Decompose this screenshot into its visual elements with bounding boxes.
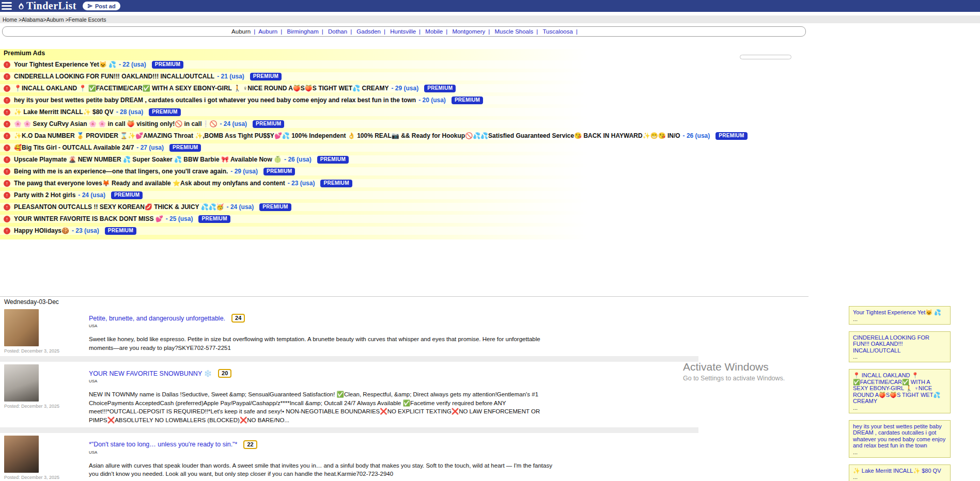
premium-ad-row[interactable]: ↑ Happy HOlidays🍪 - 23 (usa) PREMIUM [0, 227, 980, 235]
listing-description-text: NEW IN TOWNMy name is Dallas !Seductive,… [89, 391, 540, 423]
listing-row: Posted: December 3, 2025 Petite, brunett… [0, 307, 980, 354]
breadcrumb[interactable]: Home >Alabama>Auburn >Female Escorts [0, 15, 980, 23]
listing-title-link[interactable]: Petite, brunette, and dangerously unforg… [89, 315, 225, 322]
premium-badge: PREMIUM [169, 144, 201, 152]
city-link[interactable]: Huntsville [390, 28, 416, 35]
premium-ad-row[interactable]: ↑ Party with 2 Hot girls - 24 (usa) PREM… [0, 191, 980, 199]
premium-badge: PREMIUM [424, 85, 456, 92]
arrow-up-icon: ↑ [4, 73, 10, 80]
sidebar-ad-title[interactable]: 📍 INCALL OAKLAND 📍 ✅FACETIME/CAR✅ WITH A… [853, 372, 946, 405]
city-link[interactable]: Tuscaloosa [543, 28, 573, 35]
premium-badge: PREMIUM [253, 120, 284, 128]
premium-ad-row[interactable]: ↑ 🌸 🌸 Sexy CuRvy Asian 🌸 🌸 in call 🍑 vis… [0, 120, 980, 128]
listing-photo[interactable] [4, 436, 39, 473]
premium-ad-row[interactable]: ↑ hey its your best wettes petite baby D… [0, 96, 980, 104]
city-nav-separator: | [446, 28, 447, 35]
city-nav-separator: | [488, 28, 490, 35]
premium-ad-row[interactable]: ↑ Upscale Playmate 🌋 NEW NUMBER 💦 Super … [0, 155, 980, 164]
listing-content: *"Don't stare too long… unless you're re… [89, 436, 556, 480]
listing-title-link[interactable]: *"Don't stare too long… unless you're re… [89, 441, 237, 448]
sidebar-ad-ellipsis: ... [853, 474, 946, 480]
brand-logo[interactable]: TinderList [17, 0, 76, 12]
premium-ad-title[interactable]: Upscale Playmate 🌋 NEW NUMBER 💦 Super So… [14, 156, 282, 163]
listing-location: USA [89, 450, 556, 455]
premium-ad-title[interactable]: CINDERELLA LOOKING FOR FUN!!! OAKLAND!!!… [14, 73, 214, 80]
premium-ad-row[interactable]: ↑ CINDERELLA LOOKING FOR FUN!!! OAKLAND!… [0, 72, 980, 81]
age-badge: 24 [231, 314, 245, 323]
premium-ads-list: ↑ Your Tightest Experience Yet😺 💦 - 22 (… [0, 60, 980, 235]
premium-badge: PREMIUM [250, 73, 282, 81]
date-header: Wednesday-03-Dec [0, 296, 808, 307]
scroll-pill[interactable] [740, 55, 791, 59]
city-link[interactable]: Birmingham [287, 28, 318, 35]
paper-plane-icon [87, 3, 93, 9]
city-link[interactable]: Muscle Shoals [495, 28, 534, 35]
sidebar-ad-box[interactable]: 📍 INCALL OAKLAND 📍 ✅FACETIME/CAR✅ WITH A… [849, 369, 951, 413]
sidebar-ad-title[interactable]: ✨ Lake Merritt INCALL✨ $80 QV [853, 468, 946, 474]
premium-ad-age: - 29 (usa) [230, 168, 258, 175]
premium-ad-row[interactable]: ↑ Your Tightest Experience Yet😺 💦 - 22 (… [0, 60, 980, 69]
post-ad-button[interactable]: Post ad [83, 2, 120, 10]
listing-title-link[interactable]: YOUR NEW FAVORITE SNOWBUNNY ❄️ [89, 370, 212, 377]
premium-ad-title[interactable]: PLEASANTON OUTCALLS !! SEXY KOREAN💋 THIC… [14, 203, 224, 211]
sidebar-ad-title[interactable]: hey its your best wettes petite baby DRE… [853, 423, 946, 449]
premium-badge: PREMIUM [259, 203, 291, 211]
premium-ad-age: - 26 (usa) [284, 156, 312, 163]
city-nav-separator: | [350, 28, 352, 35]
premium-ad-age: - 20 (usa) [418, 97, 446, 104]
arrow-up-icon: ↑ [4, 216, 10, 222]
city-link[interactable]: Auburn [258, 28, 277, 35]
sidebar-ad-box[interactable]: ✨ Lake Merritt INCALL✨ $80 QV ... [849, 464, 951, 481]
premium-ad-row[interactable]: ↑ Being with me is an experience—one tha… [0, 167, 980, 175]
sidebar-ad-title[interactable]: CINDERELLA LOOKING FOR FUN!!! OAKLAND!!!… [853, 334, 946, 354]
listing-description: Sweet like honey, bold like espresso. Pe… [89, 335, 556, 352]
premium-ad-row[interactable]: ↑ 📍INCALL OAKLAND 📍 ✅FACETIME/CAR✅ WITH … [0, 84, 980, 92]
city-link[interactable]: Montgomery [452, 28, 485, 35]
premium-ad-title[interactable]: hey its your best wettes petite baby DRE… [14, 97, 416, 104]
premium-ad-row[interactable]: ↑ ✨ Lake Merritt INCALL✨ $80 QV - 28 (us… [0, 108, 980, 116]
premium-ad-row[interactable]: ↑ The pawg that everyone loves🦊 Ready an… [0, 179, 980, 187]
sidebar-ad-ellipsis: ... [853, 405, 946, 411]
premium-ad-title[interactable]: The pawg that everyone loves🦊 Ready and … [14, 180, 285, 187]
city-link[interactable]: Dothan [328, 28, 347, 35]
arrow-up-icon: ↑ [4, 180, 10, 187]
posted-date: Posted: December 3, 2025 [4, 475, 89, 480]
tinder-flame-icon [17, 2, 25, 10]
city-link[interactable]: Gadsden [356, 28, 381, 35]
premium-ad-title[interactable]: 🥰Big Tits Girl - OUTCALL Available 24/7 [14, 144, 134, 151]
premium-ad-row[interactable]: ↑ PLEASANTON OUTCALLS !! SEXY KOREAN💋 TH… [0, 203, 980, 211]
premium-ad-row[interactable]: ↑ 🥰Big Tits Girl - OUTCALL Available 24/… [0, 143, 980, 152]
premium-ad-title[interactable]: ✨K.O Daa NUMBER 🥇 PROVIDER ⌛✨💕AMAZING Th… [14, 132, 680, 139]
sidebar-ad-ellipsis: ... [853, 449, 946, 455]
sidebar-ad-box[interactable]: Your Tightest Experience Yet😺 💦 ... [849, 306, 951, 325]
sidebar-ad-title[interactable]: Your Tightest Experience Yet😺 💦 [853, 309, 946, 316]
listing-description-text: Sweet like honey, bold like espresso. Pe… [89, 336, 540, 351]
sidebar-ad-ellipsis: ... [853, 354, 946, 360]
brand-name: TinderList [26, 0, 76, 12]
city-current: Auburn [231, 28, 251, 35]
listing-thumb-col: Posted: December 3, 2025 [0, 364, 89, 425]
premium-ad-row[interactable]: ↑ YOUR WINTER FAVORITE IS BACK DONT MISS… [0, 215, 980, 223]
premium-ad-title[interactable]: Your Tightest Experience Yet😺 💦 [14, 61, 116, 68]
premium-ad-title[interactable]: 📍INCALL OAKLAND 📍 ✅FACETIME/CAR✅ WITH A … [14, 85, 388, 92]
premium-ad-title[interactable]: Being with me is an experience—one that … [14, 168, 228, 175]
arrow-up-icon: ↑ [4, 121, 10, 127]
listing-separator [0, 356, 698, 362]
premium-ad-title[interactable]: YOUR WINTER FAVORITE IS BACK DONT MISS 💕 [14, 215, 163, 222]
premium-ads-header: Premium Ads [0, 49, 980, 57]
hamburger-menu-icon[interactable] [2, 2, 12, 10]
age-badge: 20 [218, 369, 231, 378]
premium-ad-age: - 21 (usa) [217, 73, 244, 80]
listing-content: YOUR NEW FAVORITE SNOWBUNNY ❄️ 20 USA NE… [89, 364, 556, 425]
premium-ad-title[interactable]: Happy HOlidays🍪 [14, 227, 69, 234]
sidebar-ad-box[interactable]: CINDERELLA LOOKING FOR FUN!!! OAKLAND!!!… [849, 331, 951, 363]
listing-photo[interactable] [4, 309, 39, 346]
city-link[interactable]: Mobile [425, 28, 443, 35]
premium-ad-title[interactable]: 🌸 🌸 Sexy CuRvy Asian 🌸 🌸 in call 🍑 visit… [14, 120, 217, 127]
listing-title-row: Petite, brunette, and dangerously unforg… [89, 314, 556, 323]
premium-ad-row[interactable]: ↑ ✨K.O Daa NUMBER 🥇 PROVIDER ⌛✨💕AMAZING … [0, 132, 980, 140]
premium-ad-title[interactable]: Party with 2 Hot girls [14, 191, 75, 199]
premium-ad-title[interactable]: ✨ Lake Merritt INCALL✨ $80 QV [14, 108, 114, 116]
sidebar-ad-box[interactable]: hey its your best wettes petite baby DRE… [849, 420, 951, 458]
listing-photo[interactable] [4, 364, 39, 402]
